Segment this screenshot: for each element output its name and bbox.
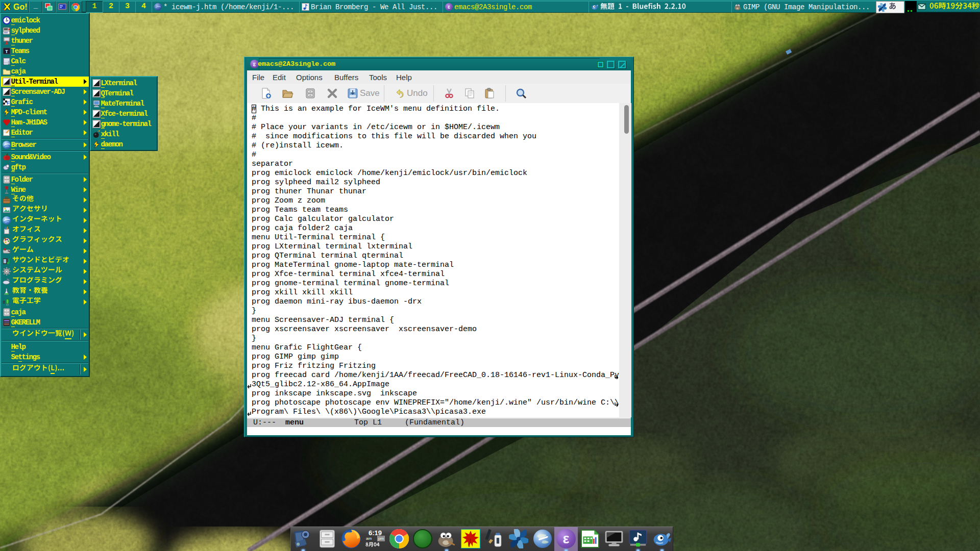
svg-text:T: T xyxy=(5,48,8,54)
svg-text:F: F xyxy=(7,99,10,105)
svg-text:ε: ε xyxy=(253,61,256,68)
svg-text:ε: ε xyxy=(448,4,450,10)
svg-text:ε: ε xyxy=(563,531,570,546)
